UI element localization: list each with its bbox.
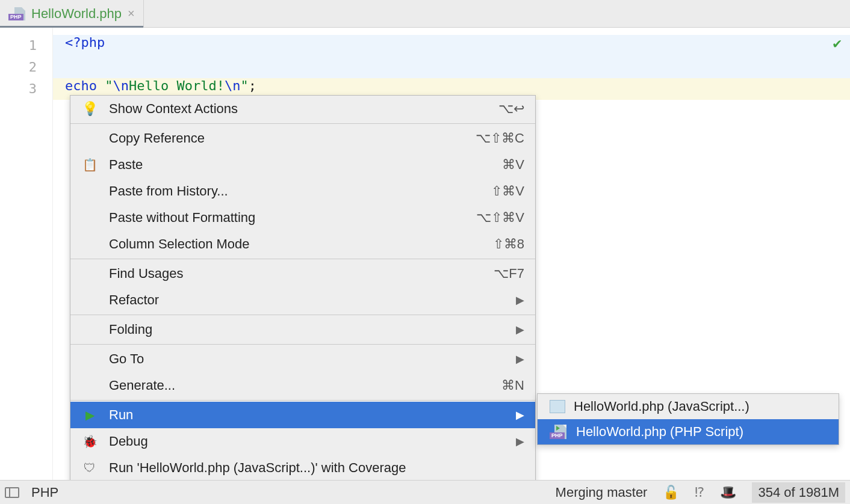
line-number: 2 bbox=[0, 57, 37, 78]
line-number: 3 bbox=[0, 78, 37, 100]
gutter: 1 2 3 bbox=[0, 28, 53, 480]
memory-indicator[interactable]: 354 of 1981M bbox=[752, 482, 845, 503]
status-text: PHP bbox=[31, 485, 58, 500]
php-file-icon: PHP bbox=[8, 7, 25, 20]
file-tab[interactable]: PHP HelloWorld.php × bbox=[0, 0, 144, 27]
hat-icon[interactable]: 🎩 bbox=[720, 485, 736, 500]
php-badge: PHP bbox=[8, 14, 23, 20]
editor[interactable]: 1 2 3 <?php echo "\nHello World!\n"; ✔ bbox=[0, 28, 850, 480]
code-area[interactable]: <?php echo "\nHello World!\n"; bbox=[53, 28, 850, 480]
lock-icon[interactable]: 🔓 bbox=[663, 485, 679, 500]
code-line: echo "\nHello World!\n"; bbox=[65, 78, 850, 100]
code-line: <?php bbox=[65, 35, 850, 57]
status-merging[interactable]: Merging master bbox=[556, 485, 648, 500]
tab-bar: PHP HelloWorld.php × bbox=[0, 0, 850, 28]
line-number: 1 bbox=[0, 35, 37, 57]
tool-window-icon[interactable] bbox=[5, 487, 19, 498]
code-line bbox=[65, 57, 850, 78]
status-php[interactable]: PHP bbox=[31, 485, 58, 500]
status-bar: PHP Merging master 🔓 ⁉ 🎩 354 of 1981M bbox=[0, 480, 850, 504]
tab-filename: HelloWorld.php bbox=[31, 6, 122, 22]
settings-help-icon[interactable]: ⁉ bbox=[695, 485, 704, 500]
close-icon[interactable]: × bbox=[128, 7, 135, 20]
